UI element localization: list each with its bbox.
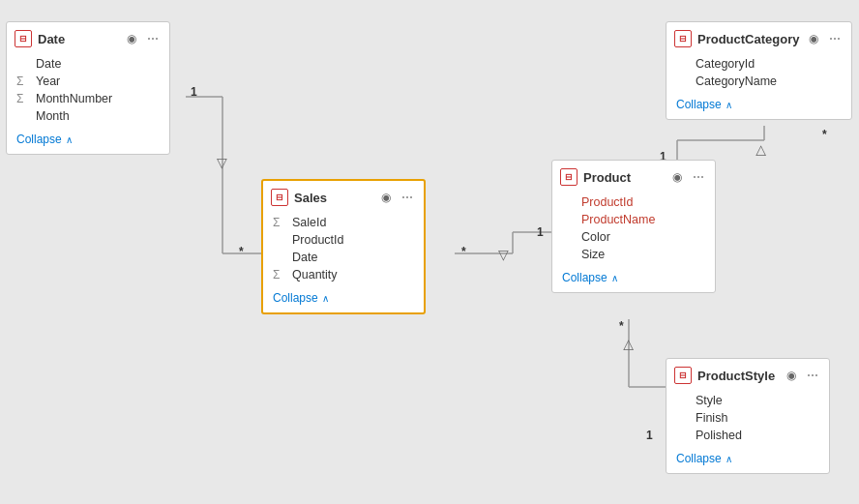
field-date-monthnumber: Σ MonthNumber xyxy=(16,90,160,107)
product-chevron-up-icon: ∧ xyxy=(611,273,618,283)
table-productcategory: ⊟ ProductCategory ◉ ⋯ CategoryId Categor… xyxy=(666,21,852,120)
productcategory-more-icon[interactable]: ⋯ xyxy=(826,30,844,47)
product-fields: ProductId ProductName Color Size xyxy=(552,192,715,267)
sigma-icon: Σ xyxy=(273,216,286,229)
productcategory-eye-icon[interactable]: ◉ xyxy=(805,30,822,47)
field-productstyle-polished: Polished xyxy=(676,427,819,444)
productcategory-collapse-btn[interactable]: Collapse ∧ xyxy=(666,94,851,119)
date-collapse-btn[interactable]: Collapse ∧ xyxy=(7,129,169,154)
sigma-icon: Σ xyxy=(16,74,30,88)
product-eye-icon[interactable]: ◉ xyxy=(668,168,686,186)
field-sales-date: Date xyxy=(273,249,414,266)
sales-collapse-btn[interactable]: Collapse ∧ xyxy=(263,287,424,312)
table-product: ⊟ Product ◉ ⋯ ProductId ProductName Colo… xyxy=(551,160,716,293)
productstyle-chevron-up-icon: ∧ xyxy=(726,454,732,464)
table-date-header: ⊟ Date ◉ ⋯ xyxy=(7,22,169,53)
product-table-icon: ⊟ xyxy=(560,168,578,186)
rel-label-style-1: 1 xyxy=(646,429,653,442)
rel-label-cat-many: * xyxy=(822,128,827,141)
rel-label-product-many-style: * xyxy=(619,319,624,333)
field-date-year: Σ Year xyxy=(16,73,160,90)
product-table-title: Product xyxy=(583,170,663,185)
sales-chevron-up-icon: ∧ xyxy=(322,293,329,304)
rel-label-date-1: 1 xyxy=(191,85,197,99)
table-sales: ⊟ Sales ◉ ⋯ Σ SaleId ProductId Date Σ xyxy=(261,179,426,314)
date-table-icon: ⊟ xyxy=(15,30,32,47)
table-date: ⊟ Date ◉ ⋯ Date Σ Year Σ MonthNumber xyxy=(6,21,170,155)
field-date-month: Month xyxy=(16,107,160,125)
date-fields: Date Σ Year Σ MonthNumber Month xyxy=(7,53,169,129)
sales-more-icon[interactable]: ⋯ xyxy=(399,189,416,206)
date-chevron-up-icon: ∧ xyxy=(66,134,73,145)
table-sales-header: ⊟ Sales ◉ ⋯ xyxy=(263,181,424,212)
field-date-date: Date xyxy=(16,55,160,73)
product-collapse-btn[interactable]: Collapse ∧ xyxy=(552,267,715,292)
productstyle-eye-icon[interactable]: ◉ xyxy=(783,367,800,384)
sales-fields: Σ SaleId ProductId Date Σ Quantity xyxy=(263,212,424,287)
productcategory-table-title: ProductCategory xyxy=(697,32,799,46)
productstyle-header-icons: ◉ ⋯ xyxy=(783,367,821,384)
productcategory-fields: CategoryId CategoryName xyxy=(666,53,851,94)
field-productcategory-categoryid: CategoryId xyxy=(676,55,842,73)
field-productstyle-finish: Finish xyxy=(676,409,819,427)
sales-header-icons: ◉ ⋯ xyxy=(377,189,416,206)
field-sales-saleid: Σ SaleId xyxy=(273,214,414,231)
product-header-icons: ◉ ⋯ xyxy=(668,168,707,186)
arrow-product-style: ▽ xyxy=(623,339,634,354)
field-product-size: Size xyxy=(562,246,705,263)
product-more-icon[interactable]: ⋯ xyxy=(690,168,707,186)
table-productcategory-header: ⊟ ProductCategory ◉ ⋯ xyxy=(666,22,851,53)
productstyle-more-icon[interactable]: ⋯ xyxy=(804,367,821,384)
field-product-color: Color xyxy=(562,228,705,246)
productstyle-table-icon: ⊟ xyxy=(674,367,692,384)
table-productstyle-header: ⊟ ProductStyle ◉ ⋯ xyxy=(666,359,829,390)
productstyle-fields: Style Finish Polished xyxy=(666,390,829,448)
rel-label-sales-many-product: * xyxy=(461,245,466,258)
date-more-icon[interactable]: ⋯ xyxy=(144,30,162,47)
sigma-icon: Σ xyxy=(273,268,286,282)
diagram-canvas: 1 ▽ * * ▽ 1 1 ▽ * * ▽ 1 ⊟ Date ◉ ⋯ Date xyxy=(0,0,859,504)
date-eye-icon[interactable]: ◉ xyxy=(123,30,140,47)
arrow-sales-product: ▽ xyxy=(498,247,509,262)
productstyle-collapse-btn[interactable]: Collapse ∧ xyxy=(666,448,829,473)
field-sales-quantity: Σ Quantity xyxy=(273,266,414,283)
productcategory-header-icons: ◉ ⋯ xyxy=(805,30,844,47)
productstyle-table-title: ProductStyle xyxy=(697,369,777,383)
sales-table-title: Sales xyxy=(294,191,371,205)
table-product-header: ⊟ Product ◉ ⋯ xyxy=(552,161,715,192)
productcategory-chevron-up-icon: ∧ xyxy=(726,100,732,110)
productcategory-table-icon: ⊟ xyxy=(674,30,692,47)
sales-eye-icon[interactable]: ◉ xyxy=(377,189,395,206)
sales-table-icon: ⊟ xyxy=(271,189,288,206)
table-productstyle: ⊟ ProductStyle ◉ ⋯ Style Finish Polished xyxy=(666,358,830,474)
field-productcategory-categoryname: CategoryName xyxy=(676,73,842,90)
rel-label-product-1-sales: 1 xyxy=(537,225,544,239)
date-table-title: Date xyxy=(38,32,117,46)
sigma-icon: Σ xyxy=(16,92,30,105)
date-header-icons: ◉ ⋯ xyxy=(123,30,162,47)
field-product-productid: ProductId xyxy=(562,193,705,211)
arrow-product-cat: ▽ xyxy=(755,144,766,160)
field-sales-productid: ProductId xyxy=(273,231,414,249)
arrow-date-sales: ▽ xyxy=(217,155,227,170)
field-product-productname: ProductName xyxy=(562,211,705,228)
field-productstyle-style: Style xyxy=(676,392,819,409)
rel-label-sales-many-date: * xyxy=(239,245,244,258)
